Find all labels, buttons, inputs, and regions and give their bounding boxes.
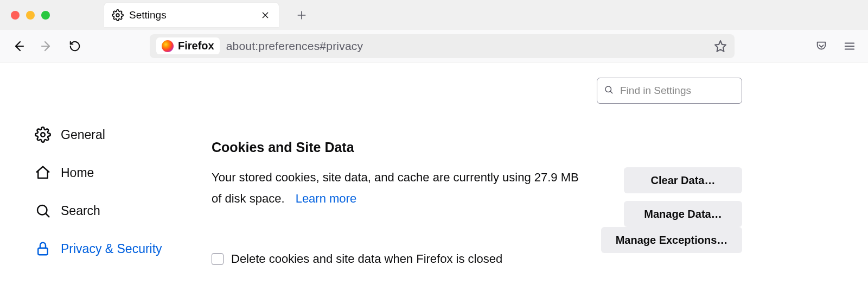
learn-more-link[interactable]: Learn more: [296, 192, 357, 205]
delete-on-close-checkbox[interactable]: [212, 253, 224, 265]
settings-search-box[interactable]: [597, 78, 742, 104]
manage-exceptions-button[interactable]: Manage Exceptions…: [601, 227, 742, 253]
tab-strip: Settings: [0, 0, 868, 30]
identity-label: Firefox: [178, 40, 214, 52]
tab-close-button[interactable]: [259, 9, 271, 21]
url-bar[interactable]: Firefox about:preferences#privacy: [150, 34, 735, 58]
window-minimize-button[interactable]: [26, 11, 35, 20]
svg-rect-16: [38, 248, 48, 255]
svg-point-0: [116, 14, 119, 17]
url-text: about:preferences#privacy: [226, 40, 363, 53]
search-icon: [604, 85, 614, 97]
delete-on-close-label: Delete cookies and site data when Firefo…: [231, 252, 502, 266]
storage-usage-value: 27.9 MB: [534, 171, 579, 184]
reload-button[interactable]: [67, 39, 82, 54]
window-zoom-button[interactable]: [41, 11, 50, 20]
sidebar-item-label: Privacy & Security: [61, 242, 162, 256]
svg-line-15: [46, 214, 49, 217]
browser-tab-settings[interactable]: Settings: [104, 3, 279, 27]
sidebar-item-label: General: [61, 128, 105, 142]
clear-data-button[interactable]: Clear Data…: [624, 167, 742, 193]
sidebar-item-privacy[interactable]: Privacy & Security: [35, 241, 162, 257]
svg-marker-7: [715, 41, 726, 52]
section-title: Cookies and Site Data: [212, 140, 742, 155]
manage-data-button[interactable]: Manage Data…: [624, 201, 742, 227]
sidebar-item-label: Home: [61, 166, 94, 180]
cookies-section: Cookies and Site Data Your stored cookie…: [212, 140, 742, 266]
svg-point-13: [41, 132, 45, 137]
sidebar-item-label: Search: [61, 204, 100, 218]
sidebar-item-search[interactable]: Search: [35, 203, 162, 219]
desc-suffix: of disk space.: [212, 192, 285, 205]
sidebar-item-general[interactable]: General: [35, 127, 162, 143]
window-close-button[interactable]: [11, 11, 20, 20]
tab-title: Settings: [129, 9, 254, 21]
settings-search-input[interactable]: [619, 84, 735, 97]
svg-line-12: [610, 91, 612, 93]
preferences-content: General Home Search Privacy & Security C…: [0, 62, 868, 284]
gear-icon: [112, 9, 124, 21]
bookmark-star-button[interactable]: [713, 40, 728, 53]
identity-box[interactable]: Firefox: [156, 37, 220, 54]
new-tab-button[interactable]: [294, 8, 309, 23]
storage-description: Your stored cookies, site data, and cach…: [212, 167, 591, 209]
sidebar-item-home[interactable]: Home: [35, 165, 162, 181]
back-button[interactable]: [11, 39, 26, 54]
navigation-toolbar: Firefox about:preferences#privacy: [0, 30, 868, 62]
forward-button[interactable]: [39, 39, 54, 54]
window-controls: [11, 11, 50, 20]
save-to-pocket-button[interactable]: [814, 39, 829, 54]
firefox-icon: [162, 40, 174, 52]
desc-prefix: Your stored cookies, site data, and cach…: [212, 171, 534, 184]
app-menu-button[interactable]: [842, 39, 857, 54]
settings-sidebar: General Home Search Privacy & Security: [35, 127, 162, 257]
